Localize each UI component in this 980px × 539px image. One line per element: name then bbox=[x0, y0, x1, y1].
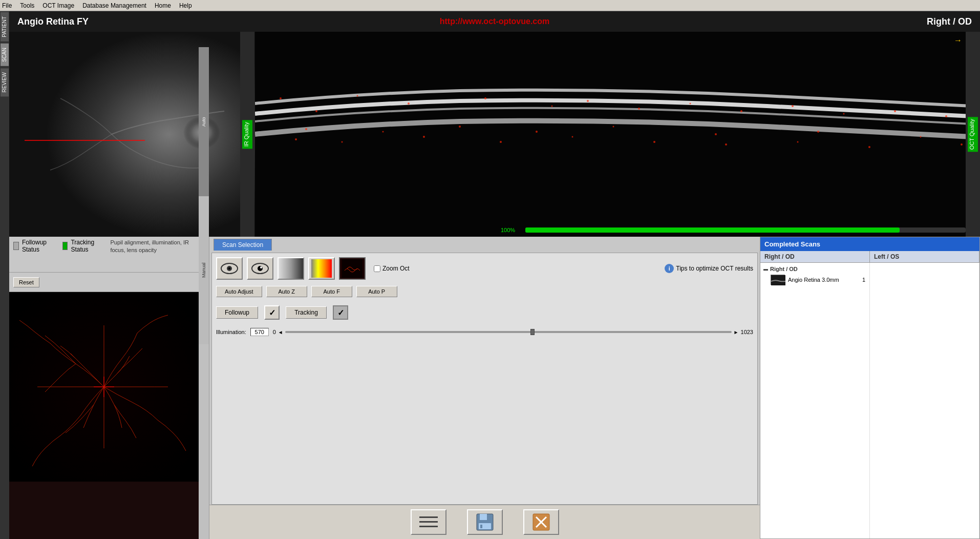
svg-point-16 bbox=[894, 110, 896, 112]
svg-point-34 bbox=[342, 141, 343, 143]
title-bar: Angio Retina FY http://www.oct-optovue.c… bbox=[9, 11, 980, 32]
top-images-area: IR Quality bbox=[9, 32, 980, 237]
illumination-label: Illumination: bbox=[216, 329, 246, 335]
svg-point-50 bbox=[228, 267, 230, 270]
scans-column-headers: Right / OD Left / OS bbox=[760, 251, 979, 263]
svg-point-1 bbox=[137, 93, 229, 175]
right-od-group[interactable]: ▬ Right / OD bbox=[762, 265, 867, 273]
followup-tracking-row: Followup ✓ Tracking ✓ bbox=[216, 305, 753, 320]
main-container: Angio Retina FY http://www.oct-optovue.c… bbox=[9, 11, 980, 539]
menu-file[interactable]: File bbox=[2, 2, 12, 9]
svg-point-11 bbox=[638, 108, 640, 110]
tracking-button[interactable]: Tracking bbox=[286, 306, 327, 319]
svg-rect-57 bbox=[419, 521, 438, 523]
auto-buttons-row: Auto Adjust Auto Z Auto F Auto P bbox=[216, 286, 753, 297]
tracking-info-text: Pupil alignment, illumination, IR focus,… bbox=[110, 239, 195, 255]
zoom-oct-checkbox[interactable] bbox=[374, 265, 380, 272]
grayscale-button[interactable] bbox=[278, 257, 304, 280]
auto-f-button[interactable]: Auto F bbox=[311, 286, 352, 297]
svg-point-36 bbox=[500, 141, 502, 143]
scan-selection-tab[interactable]: Scan Selection bbox=[214, 239, 272, 251]
svg-point-8 bbox=[484, 97, 486, 99]
menu-database[interactable]: Database Management bbox=[82, 2, 146, 9]
menu-bar: File Tools OCT Image Database Management… bbox=[0, 0, 980, 11]
auto-p-button[interactable]: Auto P bbox=[356, 286, 397, 297]
right-od-group-label: Right / OD bbox=[770, 266, 798, 272]
svg-point-15 bbox=[843, 113, 845, 115]
scan-thumbnail bbox=[771, 275, 785, 285]
menu-help[interactable]: Help bbox=[179, 2, 192, 9]
tips-label: Tips to optimize OCT results bbox=[676, 265, 753, 272]
sidebar-tab-review[interactable]: REVIEW bbox=[1, 68, 9, 96]
illumination-slider[interactable] bbox=[285, 331, 732, 333]
eye-side-label: Right / OD bbox=[927, 16, 972, 27]
completed-scans-panel: Completed Scans Right / OD Left / OS ▬ R… bbox=[760, 237, 980, 539]
lines-button[interactable] bbox=[411, 509, 446, 535]
progress-bar-background bbox=[525, 227, 966, 233]
auto-tab[interactable]: Auto bbox=[199, 47, 209, 196]
tips-area: i Tips to optimize OCT results bbox=[665, 264, 753, 273]
arrow-indicator: → bbox=[954, 36, 962, 45]
app-title: Angio Retina FY bbox=[17, 16, 89, 27]
tracking-status-indicator bbox=[62, 242, 68, 250]
info-icon[interactable]: i bbox=[665, 264, 674, 273]
svg-point-4 bbox=[280, 97, 282, 99]
tracking-status-label: Tracking Status bbox=[71, 239, 98, 253]
scan-tabs: Scan Selection bbox=[209, 237, 760, 253]
svg-point-30 bbox=[920, 136, 922, 138]
svg-point-7 bbox=[408, 102, 410, 105]
svg-point-25 bbox=[459, 126, 461, 128]
svg-point-53 bbox=[260, 266, 262, 268]
retina-background bbox=[9, 32, 254, 237]
bottom-toolbar bbox=[209, 505, 760, 539]
reset-button[interactable]: Reset bbox=[13, 277, 39, 287]
eye-closed-button[interactable] bbox=[247, 257, 273, 280]
mode-buttons-row: Zoom Oct i Tips to optimize OCT results bbox=[216, 257, 753, 280]
right-od-column-header: Right / OD bbox=[760, 251, 870, 262]
auto-adjust-button[interactable]: Auto Adjust bbox=[216, 286, 262, 297]
scan-item-angio-retina[interactable]: Angio Retina 3.0mm 1 bbox=[769, 273, 867, 286]
svg-point-17 bbox=[945, 115, 947, 117]
svg-point-35 bbox=[423, 136, 425, 138]
color-button[interactable] bbox=[308, 257, 335, 280]
sidebar-tab-scan[interactable]: SCAN bbox=[1, 44, 9, 66]
progress-percent: 100% bbox=[501, 227, 521, 233]
svg-point-5 bbox=[315, 110, 317, 112]
followup-button[interactable]: Followup bbox=[216, 306, 258, 319]
ir-quality-label: IR Quality bbox=[242, 120, 252, 149]
website-url: http://www.oct-optovue.com bbox=[440, 17, 550, 26]
menu-tools[interactable]: Tools bbox=[20, 2, 34, 9]
svg-point-33 bbox=[295, 138, 297, 140]
menu-home[interactable]: Home bbox=[155, 2, 171, 9]
svg-point-14 bbox=[792, 105, 794, 107]
oct-quality-label: OCT Quality bbox=[968, 117, 978, 152]
illumination-range: 0 ◄ ► 1023 bbox=[273, 329, 753, 335]
tracking-check-button[interactable]: ✓ bbox=[333, 305, 348, 320]
close-button[interactable] bbox=[523, 509, 559, 535]
save-button[interactable] bbox=[467, 509, 503, 535]
menu-oct-image[interactable]: OCT Image bbox=[42, 2, 74, 9]
oct-scan-image: 100% → OCT Quality bbox=[255, 32, 980, 237]
progress-area: 100% bbox=[501, 225, 966, 235]
control-content: Zoom Oct i Tips to optimize OCT results … bbox=[211, 253, 758, 505]
scan-count: 1 bbox=[862, 277, 865, 283]
followup-status-indicator bbox=[13, 242, 19, 250]
followup-check-button[interactable]: ✓ bbox=[264, 305, 280, 320]
range-right-arrow[interactable]: ► bbox=[734, 329, 739, 335]
zoom-oct-label: Zoom Oct bbox=[382, 265, 410, 272]
zoom-oct-checkbox-area: Zoom Oct bbox=[374, 265, 410, 272]
oct-background bbox=[255, 32, 980, 237]
manual-tab[interactable]: Manual bbox=[199, 196, 209, 344]
range-min-label: 0 bbox=[273, 329, 276, 335]
svg-point-27 bbox=[613, 126, 614, 128]
svg-point-40 bbox=[797, 141, 799, 143]
sidebar-tab-patient[interactable]: PATIENT bbox=[1, 12, 9, 42]
scan-name: Angio Retina 3.0mm bbox=[788, 277, 839, 283]
range-left-arrow[interactable]: ◄ bbox=[278, 329, 283, 335]
eye-open-button[interactable] bbox=[216, 257, 243, 280]
ir-quality-bar: IR Quality bbox=[240, 32, 254, 237]
auto-z-button[interactable]: Auto Z bbox=[266, 286, 307, 297]
dark-red-button[interactable] bbox=[339, 257, 366, 280]
svg-point-38 bbox=[653, 141, 655, 143]
left-panel: Followup Status Tracking Status Pupil al… bbox=[9, 237, 199, 539]
